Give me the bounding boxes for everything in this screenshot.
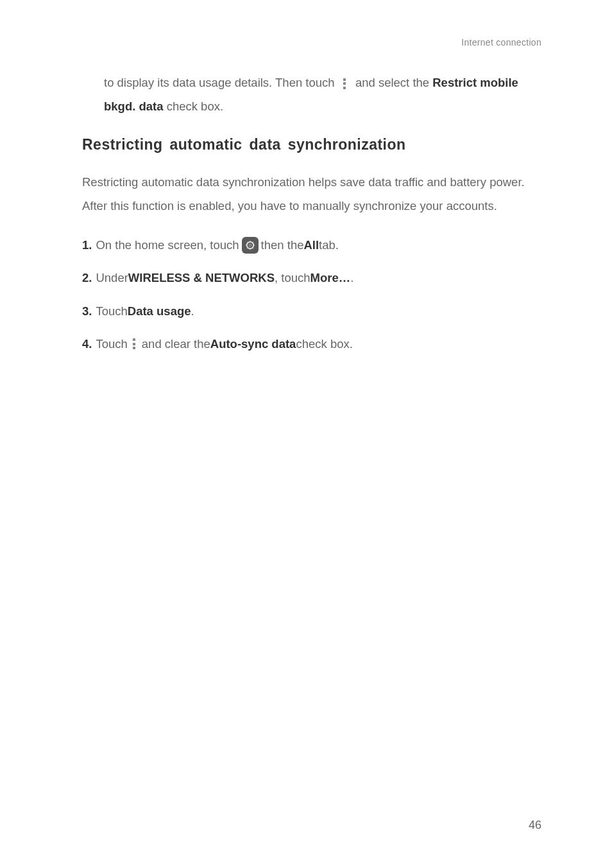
intro-text-1: to display its data usage details. Then … — [104, 76, 338, 89]
step-number: 4. — [82, 333, 92, 354]
intro-text-2: and select the — [355, 76, 432, 89]
intro-paragraph: to display its data usage details. Then … — [104, 71, 541, 118]
step-text: check box. — [296, 333, 352, 354]
overflow-menu-icon — [133, 338, 137, 349]
step-text: tab. — [319, 234, 339, 256]
svg-point-2 — [249, 244, 251, 246]
step-4: 4. Touch and clear the Auto-sync data ch… — [82, 333, 541, 354]
steps-list: 1. On the home screen, touch then the Al… — [82, 234, 541, 354]
step-3: 3. Touch Data usage . — [82, 300, 541, 322]
step-bold: More… — [310, 267, 351, 288]
step-bold: Auto-sync data — [210, 333, 296, 354]
step-1: 1. On the home screen, touch then the Al… — [82, 234, 541, 256]
step-text: . — [350, 267, 353, 288]
step-text: Touch — [96, 333, 127, 354]
step-bold: Data usage — [128, 300, 191, 322]
step-bold: All — [303, 234, 319, 256]
step-number: 2. — [82, 267, 92, 288]
step-text: , touch — [275, 267, 310, 288]
step-number: 1. — [82, 234, 92, 256]
header-category: Internet connection — [82, 37, 541, 48]
step-text: and clear the — [142, 333, 210, 354]
step-text: Touch — [96, 300, 127, 322]
settings-gear-icon — [242, 237, 259, 254]
step-text: then the — [261, 234, 304, 256]
overflow-menu-icon — [343, 78, 347, 89]
page-container: Internet connection to display its data … — [0, 0, 612, 354]
step-text: On the home screen, touch — [96, 234, 239, 256]
step-bold: WIRELESS & NETWORKS — [128, 267, 275, 288]
step-text: Under — [96, 267, 128, 288]
step-text: . — [191, 300, 194, 322]
section-description: Restricting automatic data synchronizati… — [82, 170, 541, 218]
intro-text-3: check box. — [167, 100, 223, 113]
section-heading: Restricting automatic data synchronizati… — [82, 136, 541, 153]
page-number: 46 — [529, 819, 541, 832]
step-number: 3. — [82, 300, 92, 322]
step-2: 2. Under WIRELESS & NETWORKS , touch Mor… — [82, 267, 541, 288]
